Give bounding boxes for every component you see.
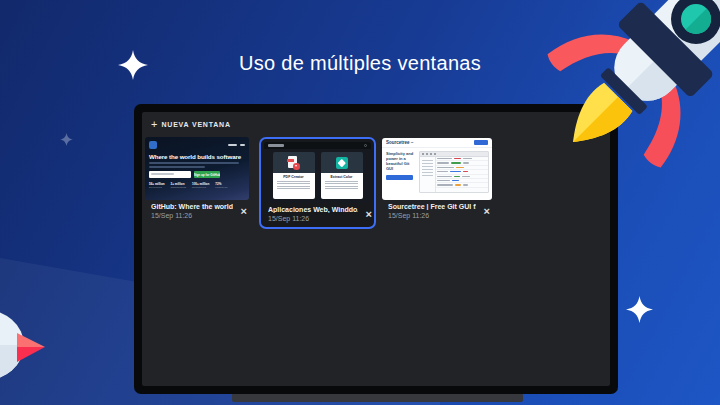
extract-color-icon bbox=[336, 157, 348, 169]
github-text-line bbox=[149, 162, 239, 164]
app-card-extract-color: Extract Color bbox=[321, 152, 363, 199]
window-timestamp: 15/Sep 11:26 bbox=[388, 212, 476, 219]
sparkle-icon bbox=[626, 296, 653, 323]
window-tile-sourcetree[interactable]: Sourcetree ~ Simplicity and power in a b… bbox=[382, 138, 492, 219]
rocket-icon bbox=[535, 0, 720, 180]
apps-header bbox=[264, 142, 371, 149]
sourcetree-brand: Sourcetree ~ bbox=[386, 140, 413, 145]
window-tile-apps-selected[interactable]: PDF Creator Extract Color bbox=[259, 137, 376, 229]
github-signup-button: Sign up for GitHub bbox=[194, 171, 220, 178]
app-card-name: PDF Creator bbox=[273, 175, 315, 179]
sourcetree-download-button bbox=[386, 175, 413, 180]
window-timestamp: 15/Sep 11:26 bbox=[151, 212, 233, 219]
close-window-icon[interactable]: × bbox=[484, 206, 490, 216]
github-text-line bbox=[149, 166, 205, 168]
app-card-name: Extract Color bbox=[321, 175, 363, 179]
plus-icon: + bbox=[151, 119, 157, 130]
new-window-button[interactable]: + NUEVA VENTANA bbox=[151, 119, 231, 130]
window-title: Sourcetree | Free Git GUI f... bbox=[388, 203, 476, 210]
sparkle-faint-icon bbox=[60, 133, 73, 146]
github-nav bbox=[228, 144, 245, 146]
window-timestamp: 15/Sep 11:26 bbox=[268, 215, 358, 222]
github-email-input bbox=[149, 171, 191, 178]
close-window-icon[interactable]: × bbox=[241, 206, 247, 216]
window-title: GitHub: Where the world b... bbox=[151, 203, 233, 210]
sourcetree-app-screenshot bbox=[419, 151, 489, 193]
sourcetree-preview: Sourcetree ~ Simplicity and power in a b… bbox=[382, 138, 492, 200]
search-icon bbox=[364, 144, 367, 147]
sourcetree-top-button bbox=[474, 140, 488, 146]
close-window-icon[interactable]: × bbox=[366, 209, 372, 219]
window-title: Aplicaciones Web, Winddo... bbox=[268, 206, 358, 213]
sourcetree-headline: Simplicity and power in a beautiful Git … bbox=[386, 151, 416, 171]
github-heading: Where the world builds software bbox=[149, 153, 245, 160]
pdf-creator-icon bbox=[288, 156, 300, 170]
github-stats: 56+ millionDevelopers 3+ millionOrganiza… bbox=[149, 182, 245, 189]
slide-background: Uso de múltiples ventanas + NUEVA VENTAN… bbox=[0, 0, 720, 405]
new-window-label: NUEVA VENTANA bbox=[161, 121, 230, 128]
tv-stand bbox=[232, 393, 523, 402]
rocket-nose-icon bbox=[0, 305, 60, 385]
apps-preview: PDF Creator Extract Color bbox=[264, 142, 371, 203]
github-logo-icon bbox=[149, 141, 157, 149]
app-card-pdf: PDF Creator bbox=[273, 152, 315, 199]
github-preview: Where the world builds software Sign up … bbox=[145, 137, 249, 200]
window-tile-github[interactable]: Where the world builds software Sign up … bbox=[145, 137, 249, 219]
